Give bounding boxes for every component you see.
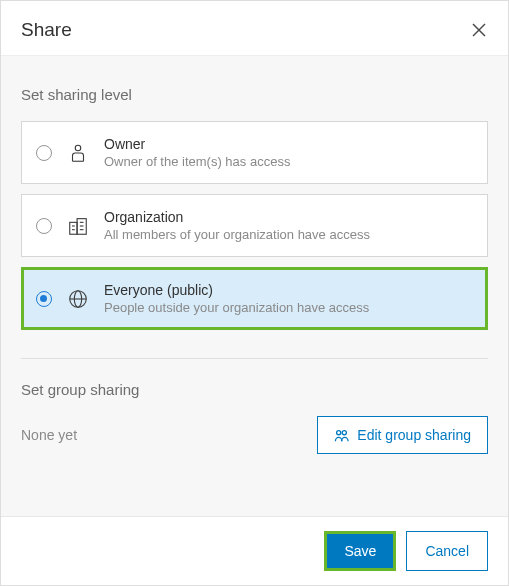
save-highlight: Save (324, 531, 396, 571)
close-button[interactable] (470, 21, 488, 39)
sharing-level-label: Set sharing level (21, 86, 488, 103)
owner-title: Owner (104, 136, 290, 152)
divider (21, 358, 488, 359)
organization-text: Organization All members of your organiz… (104, 209, 370, 242)
organization-desc: All members of your organization have ac… (104, 227, 370, 242)
cancel-button[interactable]: Cancel (406, 531, 488, 571)
sharing-options: Owner Owner of the item(s) has access Or… (21, 121, 488, 330)
close-icon (471, 22, 487, 38)
svg-point-15 (343, 430, 347, 434)
save-button[interactable]: Save (327, 534, 393, 568)
everyone-desc: People outside your organization have ac… (104, 300, 369, 315)
share-dialog: Share Set sharing level Owner Owner of t… (0, 0, 509, 586)
group-sharing-label: Set group sharing (21, 381, 488, 398)
everyone-text: Everyone (public) People outside your or… (104, 282, 369, 315)
sharing-option-organization[interactable]: Organization All members of your organiz… (21, 194, 488, 257)
organization-title: Organization (104, 209, 370, 225)
svg-point-14 (337, 430, 341, 434)
svg-rect-4 (70, 222, 77, 234)
edit-group-label: Edit group sharing (357, 427, 471, 443)
sharing-option-owner[interactable]: Owner Owner of the item(s) has access (21, 121, 488, 184)
organization-icon (66, 214, 90, 238)
everyone-title: Everyone (public) (104, 282, 369, 298)
owner-text: Owner Owner of the item(s) has access (104, 136, 290, 169)
owner-desc: Owner of the item(s) has access (104, 154, 290, 169)
edit-group-sharing-button[interactable]: Edit group sharing (317, 416, 488, 454)
dialog-header: Share (1, 1, 508, 55)
group-none-text: None yet (21, 427, 77, 443)
svg-point-2 (75, 145, 81, 151)
owner-icon (66, 141, 90, 165)
group-icon (334, 428, 349, 443)
globe-icon (66, 287, 90, 311)
sharing-option-everyone[interactable]: Everyone (public) People outside your or… (21, 267, 488, 330)
group-sharing-row: None yet Edit group sharing (21, 416, 488, 454)
dialog-footer: Save Cancel (1, 516, 508, 585)
dialog-title: Share (21, 19, 72, 41)
radio-everyone[interactable] (36, 291, 52, 307)
radio-owner[interactable] (36, 145, 52, 161)
dialog-body: Set sharing level Owner Owner of the ite… (1, 55, 508, 516)
radio-organization[interactable] (36, 218, 52, 234)
